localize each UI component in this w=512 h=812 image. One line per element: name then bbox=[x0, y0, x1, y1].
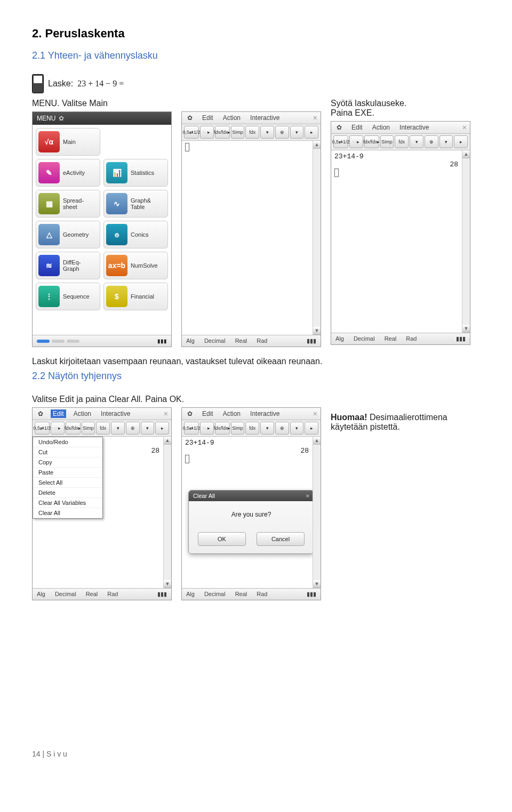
app-icon: ⌾ bbox=[106, 224, 127, 245]
toolbar-button[interactable]: Simp bbox=[82, 422, 95, 435]
menu-action[interactable]: Action bbox=[221, 409, 243, 418]
app-sequence[interactable]: ⋮Sequence bbox=[36, 283, 100, 310]
toolbar-button[interactable]: ▾ bbox=[290, 126, 304, 139]
edit-menu-item[interactable]: Copy bbox=[33, 457, 102, 468]
menu-interactive[interactable]: Interactive bbox=[248, 409, 282, 418]
close-icon[interactable]: × bbox=[462, 123, 467, 132]
scrollbar[interactable]: ▲ ▼ bbox=[462, 150, 470, 333]
menu-edit[interactable]: Edit bbox=[200, 114, 215, 122]
close-icon[interactable]: × bbox=[313, 114, 317, 122]
pager-dot[interactable] bbox=[67, 340, 79, 343]
pager-dot[interactable] bbox=[37, 340, 50, 343]
app-geometry[interactable]: △Geometry bbox=[36, 221, 100, 248]
editor-body[interactable]: 23+14-9 28 ▲ ▼ bbox=[331, 150, 470, 333]
app-diffeqgraph[interactable]: ≋DiffEq- Graph bbox=[36, 252, 100, 279]
edit-menu-item[interactable]: Cut bbox=[33, 447, 102, 457]
menu-interactive[interactable]: Interactive bbox=[99, 409, 132, 418]
edit-menu-item[interactable]: Select All bbox=[33, 478, 102, 488]
toolbar-button[interactable]: ▾ bbox=[141, 422, 155, 435]
menu-interactive[interactable]: Interactive bbox=[248, 114, 282, 122]
app-financial[interactable]: $Financial bbox=[103, 283, 168, 310]
menu-action[interactable]: Action bbox=[370, 123, 392, 132]
edit-menu-item[interactable]: Clear All Variables bbox=[33, 498, 102, 508]
menu-edit-selected[interactable]: Edit bbox=[51, 409, 66, 418]
scrollbar[interactable]: ▲ ▼ bbox=[313, 141, 321, 335]
editor-body[interactable]: 23+14-9 28 Clear All × Are you sure? OK … bbox=[182, 437, 321, 588]
app-spreadsheet[interactable]: ▦Spread- sheet bbox=[36, 190, 100, 218]
edit-menu-item[interactable]: Undo/Redo bbox=[33, 437, 102, 447]
editor-body[interactable]: ▲ ▼ bbox=[182, 141, 321, 335]
toolbar-button[interactable]: 0,5⇄1/2 bbox=[333, 135, 348, 148]
app-eactivity[interactable]: ✎eActivity bbox=[36, 159, 100, 187]
app-main[interactable]: √αMain bbox=[36, 128, 100, 156]
toolbar-button[interactable]: ▾ bbox=[439, 135, 453, 148]
toolbar-button[interactable]: fdx bbox=[96, 422, 110, 435]
menu-interactive[interactable]: Interactive bbox=[397, 123, 431, 132]
dialog-ok-button[interactable]: OK bbox=[198, 532, 246, 546]
edit-menu-item[interactable]: Delete bbox=[33, 488, 102, 498]
toolbar-button[interactable]: fdx bbox=[245, 422, 259, 435]
gear-icon[interactable]: ✿ bbox=[334, 123, 344, 132]
menu-edit[interactable]: Edit bbox=[200, 409, 215, 418]
toolbar-button[interactable]: ▸ bbox=[155, 422, 169, 435]
toolbar-button[interactable]: fdx bbox=[395, 135, 409, 148]
app-graphtable[interactable]: ∿Graph& Table bbox=[103, 190, 168, 218]
toolbar-button[interactable]: ▾ bbox=[260, 422, 274, 435]
toolbar-button[interactable]: fdx bbox=[245, 126, 259, 139]
toolbar-button[interactable]: ▸ bbox=[305, 126, 318, 139]
scroll-down-icon[interactable]: ▼ bbox=[462, 325, 470, 333]
gear-icon[interactable]: ✿ bbox=[36, 409, 45, 418]
toolbar-button[interactable]: ▾ bbox=[111, 422, 125, 435]
toolbar-button[interactable]: ⊕ bbox=[126, 422, 140, 435]
scroll-up-icon[interactable]: ▲ bbox=[313, 437, 321, 445]
toolbar-button[interactable]: ▾ bbox=[410, 135, 423, 148]
toolbar-button[interactable]: 0,5⇄1/2 bbox=[184, 422, 199, 435]
editor-body[interactable]: 23+ 28 Undo/RedoCutCopyPasteSelect AllDe… bbox=[33, 437, 171, 588]
dialog-close-icon[interactable]: × bbox=[306, 493, 309, 499]
gear-icon[interactable]: ✿ bbox=[185, 409, 195, 418]
close-icon[interactable]: × bbox=[164, 409, 168, 418]
toolbar-button[interactable]: ⊕ bbox=[425, 135, 438, 148]
toolbar-button[interactable]: Simp bbox=[231, 126, 245, 139]
dialog-cancel-button[interactable]: Cancel bbox=[257, 532, 305, 546]
app-numsolve[interactable]: ax=bNumSolve bbox=[103, 252, 168, 279]
scroll-up-icon[interactable]: ▲ bbox=[164, 437, 171, 445]
toolbar-button[interactable]: ▸ bbox=[305, 422, 318, 435]
toolbar-button[interactable]: ▾ bbox=[260, 126, 274, 139]
toolbar-button[interactable]: fdx/fdx▸ bbox=[215, 126, 230, 139]
pager-dot[interactable] bbox=[52, 340, 65, 343]
app-statistics[interactable]: 📊Statistics bbox=[103, 159, 168, 187]
toolbar-button[interactable]: ⊕ bbox=[275, 126, 289, 139]
toolbar-button[interactable]: ☞▸ bbox=[349, 135, 363, 148]
menu-action[interactable]: Action bbox=[71, 409, 93, 418]
toolbar-button[interactable]: 0,5⇄1/2 bbox=[184, 126, 199, 139]
toolbar-button[interactable]: Simp bbox=[380, 135, 394, 148]
edit-menu-item[interactable]: Clear All bbox=[33, 508, 102, 518]
scroll-down-icon[interactable]: ▼ bbox=[164, 580, 171, 588]
scroll-down-icon[interactable]: ▼ bbox=[313, 327, 321, 335]
scrollbar[interactable]: ▲ ▼ bbox=[313, 437, 321, 588]
toolbar-button[interactable]: ▾ bbox=[290, 422, 304, 435]
toolbar-button[interactable]: ▸ bbox=[454, 135, 468, 148]
menu-action[interactable]: Action bbox=[221, 114, 243, 122]
scroll-down-icon[interactable]: ▼ bbox=[313, 580, 321, 588]
app-conics[interactable]: ⌾Conics bbox=[103, 221, 168, 248]
close-icon[interactable]: × bbox=[313, 409, 317, 418]
toolbar-button[interactable]: fdx/fdx▸ bbox=[215, 422, 230, 435]
gear-icon[interactable]: ✿ bbox=[185, 114, 195, 122]
toolbar-button[interactable]: fdx/fdx▸ bbox=[364, 135, 379, 148]
menu-edit[interactable]: Edit bbox=[349, 123, 365, 132]
scrollbar[interactable]: ▲ ▼ bbox=[163, 437, 171, 588]
toolbar-button[interactable]: ⊕ bbox=[275, 422, 289, 435]
toolbar-button[interactable]: 0,5⇄1/2 bbox=[35, 422, 50, 435]
toolbar-button[interactable]: Simp bbox=[231, 422, 245, 435]
scroll-up-icon[interactable]: ▲ bbox=[313, 141, 321, 149]
toolbar-button[interactable]: ☞▸ bbox=[200, 422, 214, 435]
gear-icon[interactable]: ✿ bbox=[59, 115, 64, 122]
scroll-up-icon[interactable]: ▲ bbox=[462, 150, 470, 158]
calc-input-line: 23+14-9 bbox=[334, 152, 467, 160]
toolbar-button[interactable]: ☞▸ bbox=[200, 126, 214, 139]
edit-menu-item[interactable]: Paste bbox=[33, 468, 102, 478]
toolbar-button[interactable]: fdx/fdx▸ bbox=[66, 422, 81, 435]
toolbar-button[interactable]: ☞▸ bbox=[51, 422, 65, 435]
